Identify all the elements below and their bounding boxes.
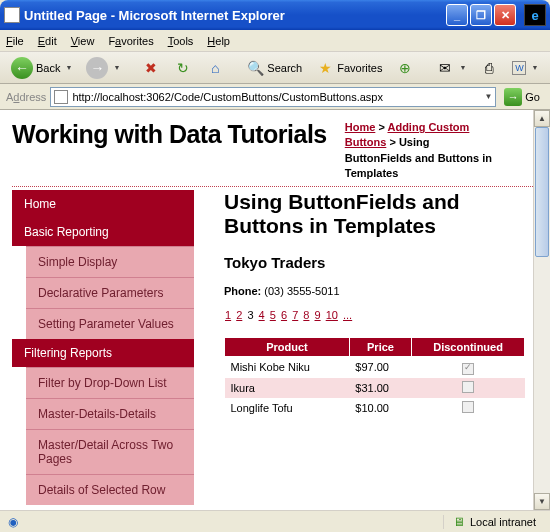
cell-discontinued: [412, 398, 525, 418]
addressbar: Address http://localhost:3062/Code/Custo…: [0, 84, 550, 110]
ie-logo-icon: e: [524, 4, 546, 26]
checkbox-icon: [462, 401, 474, 413]
vertical-scrollbar[interactable]: ▲ ▼: [533, 110, 550, 510]
sidebar: Home Basic Reporting Simple Display Decl…: [12, 190, 194, 505]
page-icon: [4, 7, 20, 23]
col-discontinued: Discontinued: [412, 337, 525, 356]
favorites-button[interactable]: ★ Favorites: [311, 56, 387, 80]
edit-button[interactable]: W▼: [507, 58, 543, 78]
cell-price: $31.00: [349, 378, 411, 398]
sidebar-item-declarative-parameters[interactable]: Declarative Parameters: [26, 277, 194, 308]
sidebar-item-master-details-details[interactable]: Master-Details-Details: [26, 398, 194, 429]
cell-product: Mishi Kobe Niku: [225, 356, 350, 378]
restore-button[interactable]: ❐: [470, 4, 492, 26]
supplier-name: Tokyo Traders: [224, 254, 525, 271]
pager-current: 3: [247, 309, 253, 321]
phone-label: Phone:: [224, 285, 261, 297]
breadcrumb-sep: >: [389, 136, 395, 148]
sidebar-item-filter-dropdown[interactable]: Filter by Drop-Down List: [26, 367, 194, 398]
edit-icon: W: [512, 61, 526, 75]
sidebar-section-basic-reporting[interactable]: Basic Reporting: [12, 218, 194, 246]
cell-discontinued: [412, 356, 525, 378]
table-header-row: Product Price Discontinued: [225, 337, 525, 356]
pager-link[interactable]: 4: [259, 309, 265, 321]
favorites-label: Favorites: [337, 62, 382, 74]
pager-link[interactable]: 9: [315, 309, 321, 321]
page-icon: ◉: [6, 515, 20, 529]
pager-ellipsis[interactable]: ...: [343, 309, 352, 321]
media-icon: ⊕: [396, 59, 414, 77]
sidebar-item-master-detail-two-pages[interactable]: Master/Detail Across Two Pages: [26, 429, 194, 474]
page-icon: [54, 90, 68, 104]
star-icon: ★: [316, 59, 334, 77]
stop-icon: ✖: [142, 59, 160, 77]
menu-tools[interactable]: Tools: [168, 35, 194, 47]
security-zone: 🖥 Local intranet: [443, 515, 544, 529]
sidebar-item-details-selected-row[interactable]: Details of Selected Row: [26, 474, 194, 505]
cell-discontinued: [412, 378, 525, 398]
pager: 1 2 3 4 5 6 7 8 9 10 ...: [224, 309, 525, 321]
menubar: File Edit View Favorites Tools Help: [0, 30, 550, 52]
breadcrumb-home[interactable]: Home: [345, 121, 376, 133]
menu-help[interactable]: Help: [207, 35, 230, 47]
search-button[interactable]: 🔍 Search: [241, 56, 307, 80]
pager-link[interactable]: 10: [326, 309, 338, 321]
window-title: Untitled Page - Microsoft Internet Explo…: [24, 8, 446, 23]
chevron-down-icon[interactable]: ▼: [484, 92, 492, 101]
table-row: Mishi Kobe Niku $97.00: [225, 356, 525, 378]
url-text: http://localhost:3062/Code/CustomButtons…: [72, 91, 383, 103]
home-button[interactable]: ⌂: [201, 56, 229, 80]
pager-link[interactable]: 6: [281, 309, 287, 321]
print-button[interactable]: ⎙: [475, 56, 503, 80]
toolbar: ← Back ▼ → ▼ ✖ ↻ ⌂ 🔍 Search ★ Favorites …: [0, 52, 550, 84]
close-button[interactable]: ✕: [494, 4, 516, 26]
pager-link[interactable]: 7: [292, 309, 298, 321]
minimize-button[interactable]: _: [446, 4, 468, 26]
menu-edit[interactable]: Edit: [38, 35, 57, 47]
chevron-down-icon: ▼: [113, 64, 120, 71]
sidebar-item-home[interactable]: Home: [12, 190, 194, 218]
table-row: Longlife Tofu $10.00: [225, 398, 525, 418]
go-icon: →: [504, 88, 522, 106]
products-table: Product Price Discontinued Mishi Kobe Ni…: [224, 337, 525, 418]
scroll-thumb[interactable]: [535, 127, 549, 257]
statusbar: ◉ 🖥 Local intranet: [0, 510, 550, 532]
col-price: Price: [349, 337, 411, 356]
print-icon: ⎙: [480, 59, 498, 77]
stop-button[interactable]: ✖: [137, 56, 165, 80]
menu-file[interactable]: File: [6, 35, 24, 47]
refresh-button[interactable]: ↻: [169, 56, 197, 80]
scroll-track[interactable]: [534, 127, 550, 493]
scroll-down-button[interactable]: ▼: [534, 493, 550, 510]
pager-link[interactable]: 8: [303, 309, 309, 321]
pager-link[interactable]: 5: [270, 309, 276, 321]
url-input[interactable]: http://localhost:3062/Code/CustomButtons…: [50, 87, 496, 107]
phone-value: (03) 3555-5011: [264, 285, 339, 297]
scroll-up-button[interactable]: ▲: [534, 110, 550, 127]
col-product: Product: [225, 337, 350, 356]
back-button[interactable]: ← Back ▼: [6, 54, 77, 82]
forward-button[interactable]: → ▼: [81, 54, 125, 82]
go-button[interactable]: → Go: [500, 86, 544, 108]
cell-product: Ikura: [225, 378, 350, 398]
zone-label: Local intranet: [470, 516, 536, 528]
sidebar-section-filtering-reports[interactable]: Filtering Reports: [12, 339, 194, 367]
mail-button[interactable]: ✉▼: [431, 56, 471, 80]
sidebar-item-simple-display[interactable]: Simple Display: [26, 246, 194, 277]
table-row: Ikura $31.00: [225, 378, 525, 398]
checkbox-icon: [462, 381, 474, 393]
media-button[interactable]: ⊕: [391, 56, 419, 80]
cell-price: $10.00: [349, 398, 411, 418]
sidebar-item-setting-parameter-values[interactable]: Setting Parameter Values: [26, 308, 194, 339]
pager-link[interactable]: 1: [225, 309, 231, 321]
chevron-down-icon: ▼: [65, 64, 72, 71]
intranet-icon: 🖥: [452, 515, 466, 529]
menu-view[interactable]: View: [71, 35, 95, 47]
page-content: Working with Data Tutorials Home > Addin…: [0, 110, 533, 510]
checkbox-icon: [462, 363, 474, 375]
refresh-icon: ↻: [174, 59, 192, 77]
pager-link[interactable]: 2: [236, 309, 242, 321]
divider: [12, 186, 533, 187]
phone-row: Phone: (03) 3555-5011: [224, 285, 525, 297]
menu-favorites[interactable]: Favorites: [108, 35, 153, 47]
